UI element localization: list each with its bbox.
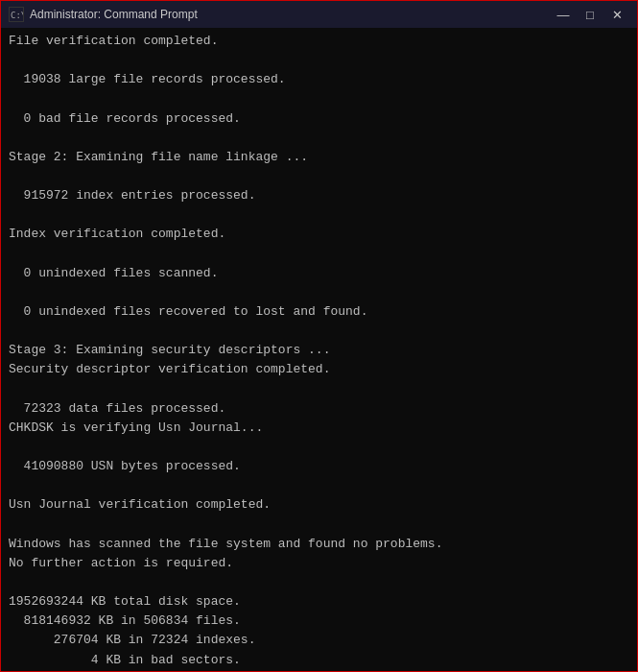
window-title: Administrator: Command Prompt xyxy=(30,8,198,21)
console-line xyxy=(9,573,629,592)
console-line xyxy=(9,167,629,186)
console-line: File verification completed. xyxy=(9,32,629,51)
console-line: 915972 index entries processed. xyxy=(9,186,629,205)
console-line xyxy=(9,51,629,70)
console-line: Stage 2: Examining file name linkage ... xyxy=(9,148,629,167)
console-line: 1952693244 KB total disk space. xyxy=(9,592,629,612)
console-line xyxy=(9,438,629,457)
console-line xyxy=(9,516,629,535)
console-line: Index verification completed. xyxy=(9,225,629,244)
console-line: 19038 large file records processed. xyxy=(9,70,629,89)
console-line: 72323 data files processed. xyxy=(9,399,629,419)
title-bar-left: C:\ Administrator: Command Prompt xyxy=(9,7,198,22)
window-controls: — □ ✕ xyxy=(551,5,629,24)
console-line: Stage 3: Examining security descriptors … xyxy=(9,341,629,360)
console-line xyxy=(9,380,629,399)
console-line: 41090880 USN bytes processed. xyxy=(9,457,629,476)
maximize-button[interactable]: □ xyxy=(578,5,603,24)
console-line xyxy=(9,245,629,264)
console-line: No further action is required. xyxy=(9,554,629,573)
close-button[interactable]: ✕ xyxy=(604,5,629,24)
console-line: Usn Journal verification completed. xyxy=(9,495,629,515)
console-line: 0 bad file records processed. xyxy=(9,109,629,129)
console-line xyxy=(9,283,629,302)
console-output: File verification completed. 19038 large… xyxy=(1,28,637,671)
title-bar: C:\ Administrator: Command Prompt — □ ✕ xyxy=(1,1,637,28)
svg-text:C:\: C:\ xyxy=(11,11,23,20)
console-line xyxy=(9,89,629,108)
console-line xyxy=(9,129,629,148)
console-line: 0 unindexed files scanned. xyxy=(9,264,629,283)
console-line xyxy=(9,322,629,341)
minimize-button[interactable]: — xyxy=(551,5,576,24)
console-line: Windows has scanned the file system and … xyxy=(9,535,629,554)
cmd-icon: C:\ xyxy=(9,7,24,22)
console-line: Security descriptor verification complet… xyxy=(9,360,629,379)
console-line: 276704 KB in 72324 indexes. xyxy=(9,631,629,650)
console-line xyxy=(9,205,629,225)
console-line: 0 unindexed files recovered to lost and … xyxy=(9,302,629,322)
console-line: 948684 KB in use by the system. xyxy=(9,670,629,671)
console-line: 818146932 KB in 506834 files. xyxy=(9,612,629,631)
console-line: CHKDSK is verifying Usn Journal... xyxy=(9,419,629,438)
console-line xyxy=(9,476,629,495)
cmd-window: C:\ Administrator: Command Prompt — □ ✕ … xyxy=(0,0,638,672)
console-line: 4 KB in bad sectors. xyxy=(9,651,629,670)
